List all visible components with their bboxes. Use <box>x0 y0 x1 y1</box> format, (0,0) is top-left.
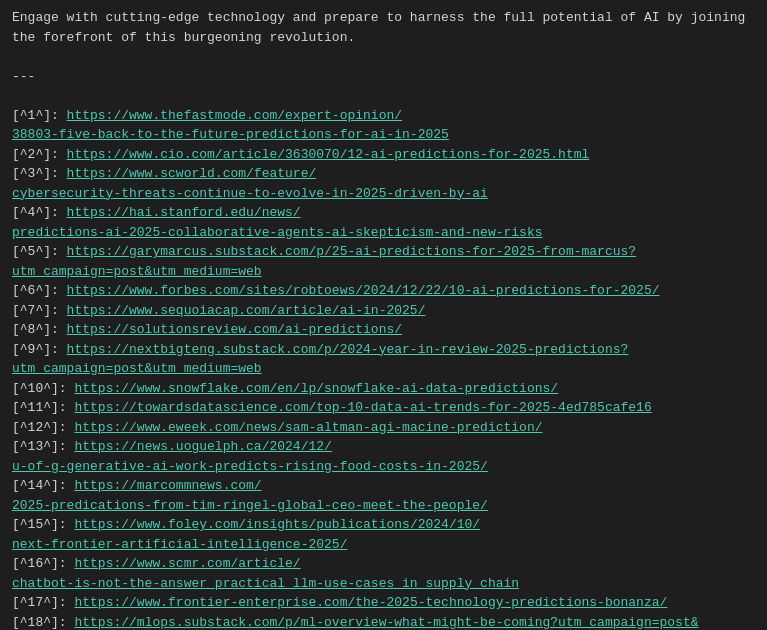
content-area: Engage with cutting-edge technology and … <box>12 8 755 630</box>
ref-label: [^18^]: <box>12 615 74 630</box>
ref-label: [^6^]: <box>12 283 67 298</box>
ref-link-continuation: utm_campaign=post&utm_medium=web <box>12 262 755 282</box>
ref-link-continuation: next-frontier-artificial-intelligence-20… <box>12 535 755 555</box>
ref-link-cont[interactable]: 2025-predications-from-tim-ringel-global… <box>12 498 488 513</box>
ref-link-continuation: 2025-predications-from-tim-ringel-global… <box>12 496 755 516</box>
ref-label: [^14^]: <box>12 478 74 493</box>
ref-label: [^4^]: <box>12 205 67 220</box>
reference-item: [^15^]: https://www.foley.com/insights/p… <box>12 515 755 535</box>
references-list: [^1^]: https://www.thefastmode.com/exper… <box>12 106 755 631</box>
ref-link-continuation: utm_campaign=post&utm_medium=web <box>12 359 755 379</box>
ref-link-cont[interactable]: predictions-ai-2025-collaborative-agents… <box>12 225 543 240</box>
reference-item: [^5^]: https://garymarcus.substack.com/p… <box>12 242 755 262</box>
ref-link[interactable]: https://marcommnews.com/ <box>74 478 261 493</box>
ref-link[interactable]: https://towardsdatascience.com/top-10-da… <box>74 400 651 415</box>
ref-link[interactable]: https://www.frontier-enterprise.com/the-… <box>74 595 667 610</box>
reference-item: [^3^]: https://www.scworld.com/feature/ <box>12 164 755 184</box>
ref-link-continuation: u-of-g-generative-ai-work-predicts-risin… <box>12 457 755 477</box>
ref-label: [^9^]: <box>12 342 67 357</box>
reference-item: [^17^]: https://www.frontier-enterprise.… <box>12 593 755 613</box>
ref-link-cont[interactable]: utm_campaign=post&utm_medium=web <box>12 264 262 279</box>
ref-link-cont[interactable]: next-frontier-artificial-intelligence-20… <box>12 537 347 552</box>
ref-link[interactable]: https://solutionsreview.com/ai-predictio… <box>67 322 402 337</box>
ref-label: [^15^]: <box>12 517 74 532</box>
ref-link-cont[interactable]: 38803-five-back-to-the-future-prediction… <box>12 127 449 142</box>
ref-link[interactable]: https://www.thefastmode.com/expert-opini… <box>67 108 402 123</box>
ref-link-cont[interactable]: utm_campaign=post&utm_medium=web <box>12 361 262 376</box>
ref-link[interactable]: https://hai.stanford.edu/news/ <box>67 205 301 220</box>
ref-link-cont[interactable]: chatbot-is-not-the-answer_practical_llm-… <box>12 576 519 591</box>
ref-link[interactable]: https://www.foley.com/insights/publicati… <box>74 517 480 532</box>
ref-link[interactable]: https://www.cio.com/article/3630070/12-a… <box>67 147 590 162</box>
reference-item: [^9^]: https://nextbigteng.substack.com/… <box>12 340 755 360</box>
reference-item: [^16^]: https://www.scmr.com/article/ <box>12 554 755 574</box>
ref-label: [^17^]: <box>12 595 74 610</box>
reference-item: [^1^]: https://www.thefastmode.com/exper… <box>12 106 755 126</box>
ref-link-continuation: chatbot-is-not-the-answer_practical_llm-… <box>12 574 755 594</box>
ref-label: [^12^]: <box>12 420 74 435</box>
reference-item: [^13^]: https://news.uoguelph.ca/2024/12… <box>12 437 755 457</box>
ref-label: [^7^]: <box>12 303 67 318</box>
ref-link-cont[interactable]: cybersecurity-threats-continue-to-evolve… <box>12 186 488 201</box>
reference-item: [^10^]: https://www.snowflake.com/en/lp/… <box>12 379 755 399</box>
ref-label: [^8^]: <box>12 322 67 337</box>
intro-text: Engage with cutting-edge technology and … <box>12 8 755 86</box>
ref-link-continuation: predictions-ai-2025-collaborative-agents… <box>12 223 755 243</box>
ref-link-cont[interactable]: u-of-g-generative-ai-work-predicts-risin… <box>12 459 488 474</box>
reference-item: [^7^]: https://www.sequoiacap.com/articl… <box>12 301 755 321</box>
ref-link[interactable]: https://www.eweek.com/news/sam-altman-ag… <box>74 420 542 435</box>
ref-label: [^3^]: <box>12 166 67 181</box>
ref-link[interactable]: https://garymarcus.substack.com/p/25-ai-… <box>67 244 637 259</box>
ref-link[interactable]: https://mlops.substack.com/p/ml-overview… <box>74 615 698 630</box>
reference-item: [^6^]: https://www.forbes.com/sites/robt… <box>12 281 755 301</box>
ref-link[interactable]: https://www.scworld.com/feature/ <box>67 166 317 181</box>
reference-item: [^8^]: https://solutionsreview.com/ai-pr… <box>12 320 755 340</box>
ref-label: [^2^]: <box>12 147 67 162</box>
ref-link-continuation: 38803-five-back-to-the-future-prediction… <box>12 125 755 145</box>
reference-item: [^14^]: https://marcommnews.com/ <box>12 476 755 496</box>
ref-link[interactable]: https://www.scmr.com/article/ <box>74 556 300 571</box>
ref-link-continuation: cybersecurity-threats-continue-to-evolve… <box>12 184 755 204</box>
ref-link[interactable]: https://news.uoguelph.ca/2024/12/ <box>74 439 331 454</box>
ref-link[interactable]: https://www.forbes.com/sites/robtoews/20… <box>67 283 660 298</box>
ref-label: [^11^]: <box>12 400 74 415</box>
reference-item: [^11^]: https://towardsdatascience.com/t… <box>12 398 755 418</box>
ref-link[interactable]: https://www.sequoiacap.com/article/ai-in… <box>67 303 426 318</box>
ref-label: [^16^]: <box>12 556 74 571</box>
reference-item: [^12^]: https://www.eweek.com/news/sam-a… <box>12 418 755 438</box>
ref-label: [^1^]: <box>12 108 67 123</box>
ref-link[interactable]: https://www.snowflake.com/en/lp/snowflak… <box>74 381 558 396</box>
reference-item: [^2^]: https://www.cio.com/article/36300… <box>12 145 755 165</box>
reference-item: [^4^]: https://hai.stanford.edu/news/ <box>12 203 755 223</box>
ref-label: [^5^]: <box>12 244 67 259</box>
ref-link[interactable]: https://nextbigteng.substack.com/p/2024-… <box>67 342 629 357</box>
ref-label: [^10^]: <box>12 381 74 396</box>
ref-label: [^13^]: <box>12 439 74 454</box>
reference-item: [^18^]: https://mlops.substack.com/p/ml-… <box>12 613 755 631</box>
